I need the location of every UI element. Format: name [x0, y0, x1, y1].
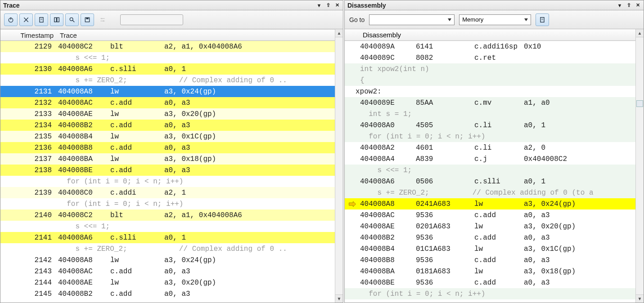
trace-row[interactable]: s <<= 1;	[0, 52, 335, 63]
trace-row[interactable]: 2144404008AElwa3, 0x20(gp)	[0, 277, 335, 288]
timestamp-cell: 2136	[16, 144, 58, 152]
operands-cell: a3, 0x18(gp)	[164, 155, 335, 163]
scroll-thumb[interactable]	[636, 100, 643, 107]
timestamp-cell: 2133	[16, 110, 58, 118]
trace-row[interactable]: 2141404008A6c.sllia0, 1	[0, 232, 335, 243]
dropdown-icon[interactable]: ▼	[316, 2, 322, 9]
search-button[interactable]	[65, 13, 79, 26]
scroll-up-icon[interactable]: ▲	[335, 29, 343, 37]
power-button[interactable]	[4, 13, 18, 26]
operands-cell: a3, 0x24(gp)	[164, 88, 335, 96]
disassembly-row[interactable]: int xpow2(int n)	[345, 63, 635, 75]
trace-toolbar	[0, 10, 343, 29]
pin-icon[interactable]: ⇧	[626, 2, 632, 9]
clear-button[interactable]	[19, 13, 33, 26]
scroll-up-icon[interactable]: ▲	[636, 29, 644, 37]
trace-row[interactable]: 2132404008ACc.adda0, a3	[0, 97, 335, 108]
dropdown-icon[interactable]: ▼	[617, 2, 623, 9]
trace-row[interactable]: 2136404008B8c.adda0, a3	[0, 142, 335, 153]
operands-cell: a0, a3	[164, 144, 335, 152]
pin-icon[interactable]: ⇧	[325, 2, 331, 9]
address-cell: 404008AC	[58, 99, 110, 107]
disassembly-row[interactable]: 404008AC9536c.adda0, a3	[345, 209, 635, 221]
settings-button[interactable]	[96, 13, 109, 26]
svg-point-9	[70, 18, 73, 21]
trace-title: Trace	[3, 2, 20, 9]
trace-row[interactable]: 2138404008BEc.adda0, a3	[0, 165, 335, 176]
disassembly-row[interactable]: 404008A04505c.lia0, 1	[345, 120, 635, 131]
goto-combo[interactable]	[369, 14, 455, 25]
disassembly-row[interactable]: 4040089A6141c.addi16sp0x10	[345, 41, 635, 52]
trace-scrollbar[interactable]: ▲ ▼	[335, 29, 343, 303]
trace-row[interactable]: s <<= 1;	[0, 221, 335, 232]
current-pc-arrow-icon	[348, 201, 356, 207]
disassembly-scrollbar[interactable]: ▲ ▼	[635, 29, 644, 303]
columns-button[interactable]	[50, 13, 63, 26]
scroll-down-icon[interactable]: ▼	[335, 294, 343, 303]
scroll-down-icon[interactable]: ▼	[636, 294, 644, 303]
save-button[interactable]	[81, 13, 94, 26]
disassembly-row[interactable]: 404008B29536c.adda0, a3	[345, 232, 635, 243]
address-cell: 404008B2	[360, 234, 416, 242]
memory-combo[interactable]: Memory	[459, 14, 531, 25]
trace-row[interactable]: 2131404008A8lwa3, 0x24(gp)	[0, 86, 335, 97]
trace-row[interactable]: 2130404008A6c.sllia0, 1	[0, 63, 335, 75]
disassembly-row[interactable]: 404008B401C1A683lwa3, 0x1C(gp)	[345, 243, 635, 254]
toggle-view-button[interactable]	[536, 13, 549, 26]
mnemonic-cell: c.addi	[110, 189, 164, 197]
operands-cell: a0, a3	[164, 267, 335, 276]
trace-list[interactable]: Timestamp Trace 2129404008C2blta2, a1, 0…	[0, 29, 335, 303]
disassembly-row[interactable]: {	[345, 75, 635, 86]
svg-point-16	[103, 20, 104, 22]
disassembly-row[interactable]: s <<= 1;	[345, 165, 635, 176]
disassembly-row[interactable]: 404008A60506c.sllia0, 1	[345, 176, 635, 187]
mnemonic-cell: blt	[110, 211, 164, 219]
disassembly-header: Disassembly	[345, 29, 635, 41]
disassembly-row[interactable]: for (int i = 0; i < n; i++)	[345, 288, 635, 299]
disassembly-row[interactable]: 4040089E85AAc.mva1, a0	[345, 97, 635, 108]
disassembly-row[interactable]: 404008A80241A683lwa3, 0x24(gp)	[345, 198, 635, 209]
trace-row[interactable]: 2134404008B2c.adda0, a3	[0, 120, 335, 131]
trace-row[interactable]: 2135404008B4lwa3, 0x1C(gp)	[0, 131, 335, 142]
document-button[interactable]	[35, 13, 48, 26]
disassembly-row[interactable]: xpow2:	[345, 86, 635, 97]
disassembly-row[interactable]: 404008BE9536c.adda0, a3	[345, 277, 635, 288]
disassembly-row[interactable]: 404008A4A839c.j0x404008C2	[345, 153, 635, 165]
address-cell: 404008A8	[360, 200, 416, 208]
trace-row[interactable]: 2143404008ACc.adda0, a3	[0, 266, 335, 277]
trace-row[interactable]: for (int i = 0; i < n; i++)	[0, 198, 335, 209]
trace-row[interactable]: 2133404008AElwa3, 0x20(gp)	[0, 108, 335, 120]
disassembly-list[interactable]: Disassembly 4040089A6141c.addi16sp0x1040…	[345, 29, 635, 303]
address-cell: 404008B8	[360, 256, 416, 264]
trace-row[interactable]: 2145404008B2c.adda0, a3	[0, 288, 335, 299]
trace-row[interactable]: 2140404008C2blta2, a1, 0x404008A6	[0, 209, 335, 221]
disassembly-row[interactable]: 404008AE0201A683lwa3, 0x20(gp)	[345, 221, 635, 232]
col-trace[interactable]: Trace	[58, 31, 335, 39]
disassembly-row[interactable]: 404008B89536c.adda0, a3	[345, 254, 635, 266]
trace-row[interactable]: s += ZERO_2; // Complex adding of 0 ..	[0, 243, 335, 254]
disassembly-row[interactable]: for (int i = 0; i < n; i++)	[345, 131, 635, 142]
address-cell: 404008A0	[360, 121, 416, 129]
close-icon[interactable]: ✕	[334, 2, 340, 9]
address-cell: 404008C0	[58, 189, 110, 197]
disassembly-row[interactable]: int s = 1;	[345, 108, 635, 120]
source-line: s += ZERO_2; // Complex adding of 0 (to …	[360, 189, 635, 197]
trace-row[interactable]: s += ZERO_2; // Complex adding of 0 ..	[0, 75, 335, 86]
trace-titlebar: Trace ▼ ⇧ ✕	[0, 0, 343, 10]
col-timestamp[interactable]: Timestamp	[2, 31, 58, 39]
trace-row[interactable]: 2139404008C0c.addia2, 1	[0, 187, 335, 198]
trace-row[interactable]: for (int i = 0; i < n; i++)	[0, 176, 335, 187]
trace-row[interactable]: 2137404008BAlwa3, 0x18(gp)	[0, 153, 335, 165]
x-icon	[23, 16, 30, 23]
operands-cell: a3, 0x20(gp)	[164, 110, 335, 118]
disassembly-row[interactable]: s += ZERO_2; // Complex adding of 0 (to …	[345, 187, 635, 198]
close-icon[interactable]: ✕	[635, 2, 641, 9]
disassembly-row[interactable]: 404008A24601c.lia2, 0	[345, 142, 635, 153]
operands-cell: 0x404008C2	[524, 155, 635, 163]
trace-row[interactable]: 2142404008A8lwa3, 0x24(gp)	[0, 254, 335, 266]
trace-row[interactable]: 2129404008C2blta2, a1, 0x404008A6	[0, 41, 335, 52]
opcode-cell: 8082	[416, 54, 474, 62]
disassembly-row[interactable]: 404008BA0181A683lwa3, 0x18(gp)	[345, 266, 635, 277]
blank-field[interactable]	[120, 14, 183, 25]
disassembly-row[interactable]: 4040089C8082c.ret	[345, 52, 635, 63]
